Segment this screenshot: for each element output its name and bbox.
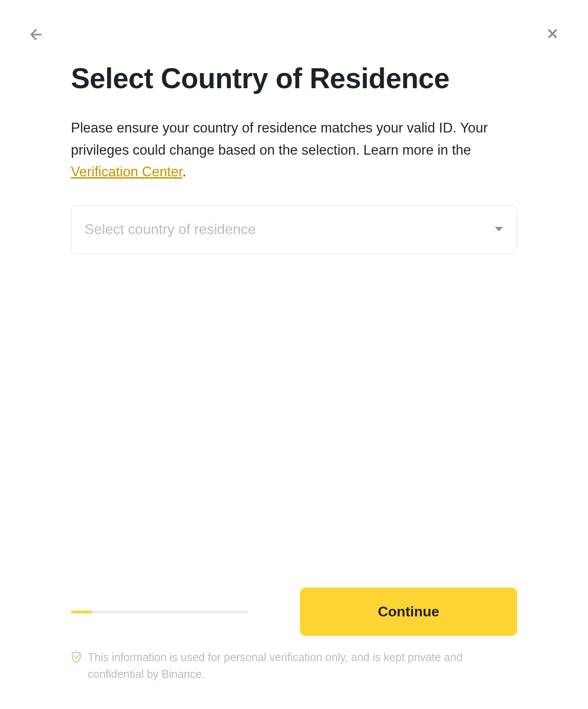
shield-check-icon: [71, 651, 82, 665]
select-placeholder: Select country of residence: [85, 221, 495, 238]
country-select[interactable]: Select country of residence: [71, 205, 517, 254]
description-text: Please ensure your country of residence …: [71, 117, 517, 183]
privacy-note: This information is used for personal ve…: [71, 649, 517, 682]
verification-center-link[interactable]: Verification Center: [71, 164, 183, 179]
close-icon: [545, 26, 561, 42]
progress-bar: [71, 611, 248, 613]
footer-row: Continue: [71, 588, 517, 636]
progress-fill: [71, 611, 92, 613]
caret-down-icon: [495, 226, 503, 233]
spacer: [71, 254, 517, 588]
privacy-text: This information is used for personal ve…: [88, 649, 517, 682]
page-title: Select Country of Residence: [71, 62, 517, 95]
description-after: .: [183, 164, 187, 179]
arrow-left-icon: [27, 26, 45, 43]
description-before: Please ensure your country of residence …: [71, 120, 488, 158]
back-button[interactable]: [27, 26, 45, 43]
close-button[interactable]: [545, 26, 561, 42]
content-area: Select Country of Residence Please ensur…: [71, 62, 517, 682]
continue-button[interactable]: Continue: [300, 588, 517, 636]
modal-container: Select Country of Residence Please ensur…: [0, 0, 588, 709]
